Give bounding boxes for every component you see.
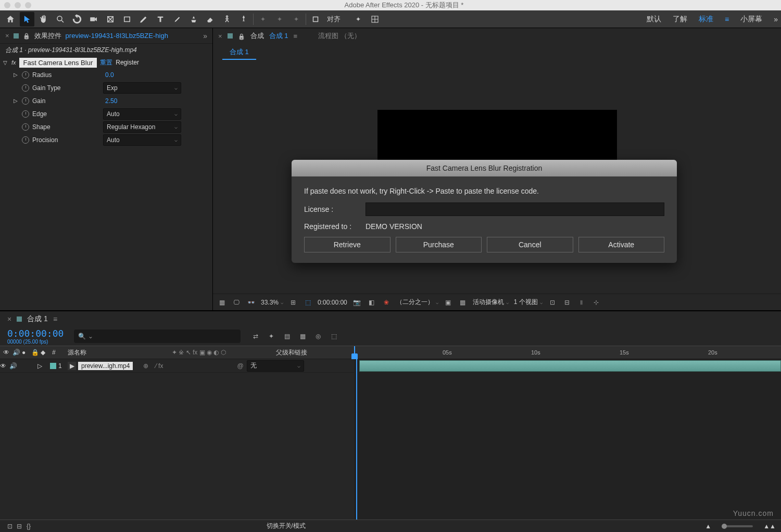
vc-ic2[interactable]: ⊟: [562, 298, 572, 307]
layer-color-icon[interactable]: [50, 363, 56, 369]
tlf-icon-3[interactable]: {}: [24, 522, 33, 531]
brush-tool-icon[interactable]: [170, 12, 184, 27]
zoom-in-icon[interactable]: ▲▲: [763, 523, 776, 530]
timeline-tab[interactable]: 合成 1: [27, 314, 48, 324]
traffic-lights[interactable]: [4, 2, 31, 8]
parent-dropdown[interactable]: 无⌵: [247, 360, 304, 372]
layer-clip[interactable]: [359, 360, 781, 372]
pickwhip-icon[interactable]: @: [237, 362, 243, 370]
vc-ic4[interactable]: ⊹: [591, 298, 601, 307]
mask-icon[interactable]: 👓: [246, 298, 256, 307]
pan-behind-tool-icon[interactable]: [103, 12, 118, 27]
shape-dropdown[interactable]: Regular Hexagon⌵: [103, 121, 181, 133]
guides-icon[interactable]: ⬚: [303, 298, 312, 307]
vc-ic1[interactable]: ⊡: [548, 298, 557, 307]
edge-dropdown[interactable]: Auto⌵: [103, 108, 181, 120]
pin-tool-icon[interactable]: [236, 12, 251, 27]
speaker-icon[interactable]: 🔊: [9, 349, 19, 356]
tl-icon-1[interactable]: ⇄: [251, 332, 260, 341]
workspace-default[interactable]: 默认: [647, 15, 661, 24]
gain-type-dropdown[interactable]: Exp⌵: [103, 82, 181, 94]
workspace-learn[interactable]: 了解: [673, 15, 687, 24]
workspace-menu-icon[interactable]: ≡: [725, 15, 729, 23]
panel-menu-icon[interactable]: ≡: [53, 315, 57, 323]
toggle-switches-button[interactable]: 切换开关/模式: [267, 522, 306, 530]
gain-value[interactable]: 2.50: [103, 97, 117, 105]
effect-name[interactable]: Fast Camera Lens Blur: [19, 58, 97, 68]
panel-menu-icon[interactable]: ≡: [293, 32, 297, 40]
tab-close-icon[interactable]: ×: [7, 315, 11, 323]
effects-panel-tab[interactable]: × 效果控件 preview-199431-8I3Lbz5BZE-high »: [0, 28, 212, 44]
tab-close-icon[interactable]: ×: [218, 32, 222, 40]
twirl-icon[interactable]: ▷: [14, 72, 19, 78]
zoom-tool-icon[interactable]: [53, 12, 68, 27]
alpha-icon[interactable]: ▦: [217, 298, 226, 307]
rotate-tool-icon[interactable]: [70, 12, 84, 27]
puppet-tool-icon[interactable]: [220, 12, 234, 27]
snap-icon[interactable]: [308, 12, 323, 27]
layer-switches[interactable]: ⊕ ∕ fx: [133, 362, 237, 370]
stopwatch-icon[interactable]: [22, 110, 29, 118]
stopwatch-icon[interactable]: [22, 97, 29, 105]
license-input[interactable]: [366, 202, 664, 216]
stopwatch-icon[interactable]: [22, 123, 29, 131]
timeline-search[interactable]: 🔍⌄: [74, 330, 241, 343]
fx-badge-icon[interactable]: fx: [11, 59, 16, 66]
tl-icon-3[interactable]: ▤: [282, 332, 292, 341]
label-icon[interactable]: ◆: [37, 349, 49, 356]
overflow-icon[interactable]: »: [774, 15, 778, 23]
monitor-icon[interactable]: 🖵: [232, 298, 241, 307]
snapshot-icon[interactable]: 📷: [352, 298, 362, 307]
tl-icon-4[interactable]: ▦: [298, 332, 307, 341]
current-timecode[interactable]: 0:00:00:00: [7, 328, 64, 339]
grid-icon[interactable]: ⊞: [288, 298, 298, 307]
reset-link[interactable]: 重置: [100, 58, 112, 67]
active-comp-name[interactable]: 合成 1: [269, 31, 288, 41]
rectangle-tool-icon[interactable]: [120, 12, 134, 27]
panel-menu-icon[interactable]: »: [203, 32, 207, 40]
tl-icon-5[interactable]: ◎: [313, 332, 323, 341]
stopwatch-icon[interactable]: [22, 71, 29, 79]
camera-dropdown[interactable]: 活动摄像机⌵: [473, 298, 509, 307]
layer-name[interactable]: preview...igh.mp4: [78, 362, 133, 370]
retrieve-button[interactable]: Retrieve: [304, 237, 391, 252]
tlf-icon-2[interactable]: ⊟: [15, 522, 24, 531]
flowchart-label[interactable]: 流程图 （无）: [318, 31, 361, 41]
stopwatch-icon[interactable]: [22, 84, 29, 92]
eraser-tool-icon[interactable]: [203, 12, 218, 27]
pen-tool-icon[interactable]: [136, 12, 151, 27]
region-icon[interactable]: ▣: [444, 298, 453, 307]
solo-icon[interactable]: ●: [19, 349, 28, 356]
tab-close-icon[interactable]: ×: [5, 32, 9, 40]
zoom-out-icon[interactable]: ▲: [705, 523, 711, 530]
workspace-small[interactable]: 小屏幕: [740, 15, 762, 24]
effect-twirl-icon[interactable]: ▽: [3, 60, 8, 66]
camera-tool-icon[interactable]: [86, 12, 101, 27]
stopwatch-icon[interactable]: [22, 136, 29, 144]
channel-icon[interactable]: ◧: [367, 298, 376, 307]
col-parent[interactable]: 父级和链接: [273, 348, 310, 357]
lock-icon[interactable]: [238, 32, 245, 40]
col-source[interactable]: 源名称: [65, 348, 169, 357]
timeline-track-area[interactable]: [354, 359, 781, 520]
tl-icon-6[interactable]: ⬚: [329, 332, 338, 341]
home-icon[interactable]: [3, 12, 18, 27]
time-ruler[interactable]: 05s 10s 15s 20s: [354, 346, 781, 359]
clone-tool-icon[interactable]: [186, 12, 201, 27]
register-link[interactable]: Register: [116, 59, 139, 66]
zoom-dropdown[interactable]: 33.3%⌵: [261, 299, 283, 306]
hand-tool-icon[interactable]: [36, 12, 51, 27]
tl-icon-2[interactable]: ✦: [267, 332, 276, 341]
workspace-standard[interactable]: 标准: [699, 15, 713, 24]
radius-value[interactable]: 0.0: [103, 71, 114, 79]
cancel-button[interactable]: Cancel: [487, 237, 573, 252]
purchase-button[interactable]: Purchase: [396, 237, 482, 252]
twirl-icon[interactable]: ▷: [14, 98, 19, 104]
color-mgmt-icon[interactable]: ❀: [382, 298, 391, 307]
comp-subtab[interactable]: 合成 1: [222, 45, 256, 60]
resolution-dropdown[interactable]: （二分之一）⌵: [396, 298, 438, 307]
text-tool-icon[interactable]: [153, 12, 168, 27]
procision-dropdown[interactable]: Auto⌵: [103, 134, 181, 146]
eye-icon[interactable]: 👁: [0, 349, 9, 356]
views-dropdown[interactable]: 1 个视图⌵: [514, 298, 543, 307]
